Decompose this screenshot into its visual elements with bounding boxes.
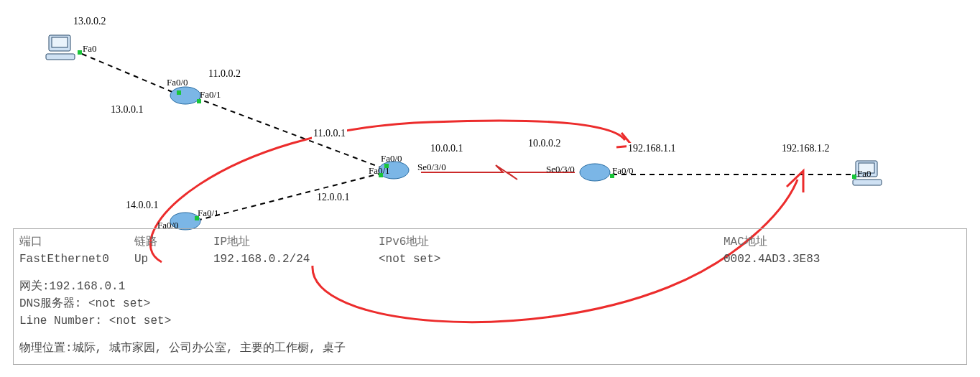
r1-fa00-ip: 13.0.0.1: [109, 104, 145, 116]
r1-fa00: Fa0/0: [167, 77, 188, 88]
val-link: Up: [134, 251, 213, 268]
r3-fa00-ip: 11.0.0.1: [312, 128, 347, 139]
led-icon: [379, 173, 383, 177]
led-icon: [177, 90, 181, 95]
led-icon: [852, 174, 856, 179]
hdr-ipv6: IPv6地址: [379, 233, 724, 251]
val-mac: 0002.4AD3.3E83: [724, 253, 820, 266]
gateway-value: 192.168.0.1: [50, 280, 126, 293]
r4-se030: Se0/3/0: [546, 164, 575, 175]
r3-se030: Se0/3/0: [417, 162, 446, 173]
r4-fa00: Fa0/0: [612, 165, 634, 177]
svg-rect-5: [52, 37, 68, 47]
r4-fa00-ip: 192.168.1.1: [627, 143, 678, 154]
svg-rect-4: [49, 35, 70, 51]
pc5-ip: 13.0.0.2: [72, 16, 108, 27]
pc5-port: Fa0: [83, 43, 97, 55]
r1-fa01-ip: 11.0.0.2: [207, 68, 242, 80]
r4-se030-ip: 10.0.0.2: [527, 138, 563, 149]
led-icon: [610, 174, 614, 178]
svg-point-7: [170, 87, 200, 104]
r3-se030-ip: 10.0.0.1: [429, 143, 465, 154]
svg-point-9: [580, 164, 610, 181]
hdr-port: 端口: [19, 233, 134, 251]
dns-value: <not set>: [88, 297, 150, 310]
led-icon: [195, 216, 199, 220]
hdr-ip: IP地址: [213, 233, 379, 251]
line-value: <not set>: [109, 315, 171, 327]
hdr-link: 链路: [134, 233, 213, 251]
device-info-panel: 端口链路IP地址IPv6地址MAC地址 FastEthernet0Up192.1…: [13, 228, 967, 365]
r2-fa01: Fa0/1: [198, 208, 219, 219]
dns-label: DNS服务器:: [19, 297, 81, 310]
pc0-port: Fa0: [857, 168, 872, 180]
led-icon: [78, 50, 82, 55]
val-port: FastEthernet0: [19, 251, 134, 268]
r3-fa00: Fa0/0: [381, 153, 402, 164]
line-label: Line Number:: [19, 315, 102, 327]
led-icon: [197, 99, 201, 103]
loc-value: 城际, 城市家园, 公司办公室, 主要的工作橱, 桌子: [73, 342, 346, 355]
r1-fa01: Fa0/1: [200, 89, 221, 101]
svg-rect-12: [853, 180, 882, 185]
val-ip: 192.168.0.2/24: [213, 251, 379, 268]
r3-fa01-ip: 12.0.0.1: [315, 192, 351, 203]
gateway-label: 网关:: [19, 280, 50, 293]
hdr-mac: MAC地址: [724, 236, 767, 248]
pc0-ip: 192.168.1.2: [780, 143, 831, 154]
r2-fa01-ip: 14.0.0.1: [124, 200, 160, 211]
loc-label: 物理位置:: [19, 342, 73, 355]
svg-rect-6: [46, 54, 75, 60]
led-icon: [384, 164, 389, 168]
val-ipv6: <not set>: [379, 251, 724, 268]
